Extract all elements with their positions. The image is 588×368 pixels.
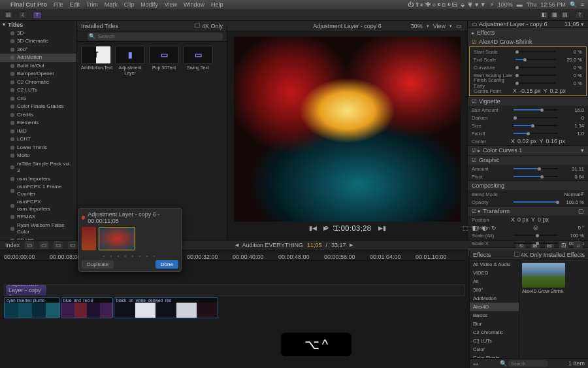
title-preset-thumb[interactable]: TAddMotion.Text bbox=[81, 46, 111, 76]
effects-section-header[interactable]: ▸ Effects bbox=[468, 28, 588, 37]
titles-item[interactable]: 360° bbox=[0, 46, 76, 54]
video-clip[interactable]: black_on_white_delayed_red bbox=[114, 297, 218, 318]
fx-category-item[interactable]: C2 Chromatic bbox=[470, 328, 519, 337]
status-icons[interactable]: ⏻ ⇪ ⌘ ✱ ⊙ ◧ ⊡ ◐ ✉ ⬙ ❦ ♥ ▼ bbox=[408, 1, 485, 8]
fx-category-item[interactable]: VIDEO bbox=[470, 269, 519, 277]
retime-tool-icon[interactable]: ↻ bbox=[491, 225, 497, 231]
done-button[interactable]: Done bbox=[155, 260, 178, 269]
compositing-header[interactable]: Compositing bbox=[468, 181, 588, 190]
param-slider[interactable] bbox=[515, 82, 556, 84]
menu-view[interactable]: View bbox=[165, 1, 177, 8]
titles-item[interactable]: osmFCPX osm.Importers bbox=[0, 198, 76, 213]
primary-storyline[interactable]: cyan inverted plumeblue_and_red-9black_o… bbox=[4, 297, 465, 318]
param-value[interactable]: 1.34 bbox=[561, 123, 584, 129]
effect-thumb[interactable]: Alex4D Grow-Shrink bbox=[522, 263, 565, 293]
title-preset-thumb[interactable]: ▮Adjustment Layer bbox=[115, 46, 145, 76]
vignette-center-y[interactable]: 0.16 px bbox=[546, 138, 566, 144]
workspace-button-2[interactable]: ▦ bbox=[550, 11, 559, 19]
titles-item[interactable]: Elements bbox=[0, 119, 76, 127]
color-curves-header[interactable]: ☑ ▸ Color Curves 1▾ bbox=[468, 146, 588, 155]
scale-slider[interactable] bbox=[514, 235, 558, 236]
timeline[interactable]: 00:00:00:0000:00:08:0000:00:16:0000:00:2… bbox=[0, 250, 469, 368]
param-value[interactable]: 0 % bbox=[559, 80, 582, 86]
titles-item[interactable]: mTitle Simple Pack vol. 3 bbox=[0, 160, 76, 175]
fx-category-item[interactable]: 360° bbox=[470, 286, 519, 294]
param-slider[interactable] bbox=[515, 51, 556, 52]
titles-item[interactable]: IMD bbox=[0, 127, 76, 136]
menu-window[interactable]: Window bbox=[184, 1, 204, 8]
tl-mode-4[interactable]: ▭ bbox=[68, 241, 77, 249]
titles-item[interactable]: Color Finale Grades bbox=[0, 103, 76, 111]
viewer-settings-icon[interactable]: ▭ bbox=[456, 23, 462, 29]
param-value[interactable]: 0 % bbox=[559, 49, 582, 55]
workspace-button-1[interactable]: ◧ bbox=[540, 11, 549, 19]
titles-item[interactable]: CIG bbox=[0, 95, 76, 103]
fx-filter-icon[interactable]: ▭ bbox=[473, 360, 479, 367]
pos-x[interactable]: 0 px bbox=[517, 216, 529, 223]
titles-item[interactable]: AddMotion bbox=[0, 54, 76, 62]
transform-tool-icon[interactable]: ⬚ bbox=[463, 225, 468, 231]
title-preset-thumb[interactable]: ▭Pop.3DText bbox=[149, 46, 179, 76]
effects-search-input[interactable] bbox=[508, 360, 547, 367]
tl-tool-5[interactable]: ⌕ bbox=[574, 241, 583, 249]
centre-x-value[interactable]: -0.15 px bbox=[519, 88, 541, 94]
viewport[interactable] bbox=[234, 37, 461, 222]
param-value[interactable]: 0 bbox=[561, 115, 584, 121]
fx-4k-checkbox[interactable] bbox=[514, 252, 519, 257]
loop-icon[interactable]: ⟳ bbox=[324, 225, 329, 231]
titles-item[interactable]: Credits bbox=[0, 111, 76, 120]
opacity-slider[interactable] bbox=[514, 201, 558, 203]
share-button[interactable]: ⇪ bbox=[575, 11, 584, 19]
duplicate-button[interactable]: Duplicate bbox=[82, 260, 114, 269]
param-value[interactable]: 0 % bbox=[559, 73, 582, 78]
fx-category-item[interactable]: C3 LUTs bbox=[470, 337, 519, 345]
fullscreen-icon[interactable]: ⛶ bbox=[333, 225, 339, 231]
menu-file[interactable]: File bbox=[54, 1, 63, 8]
installed-effects-tab[interactable]: Installed Effects bbox=[544, 252, 585, 258]
param-slider[interactable] bbox=[515, 75, 556, 76]
fx-category-item[interactable]: Alex4D bbox=[470, 303, 519, 311]
param-slider[interactable] bbox=[514, 117, 558, 118]
titles-item[interactable]: osm.Importers bbox=[0, 175, 76, 184]
param-slider[interactable] bbox=[514, 176, 558, 177]
day[interactable]: Thu bbox=[527, 1, 537, 8]
prev-edit-icon[interactable]: ▮◀ bbox=[309, 225, 317, 231]
viewer-view-menu[interactable]: View bbox=[433, 23, 446, 29]
menu-edit[interactable]: Edit bbox=[70, 1, 80, 8]
timeline-ruler[interactable]: 00:00:00:0000:00:08:0000:00:16:0000:00:2… bbox=[4, 253, 465, 261]
blend-mode-value[interactable]: Normal bbox=[557, 192, 580, 197]
tl-tool-4[interactable]: ⊡ bbox=[559, 241, 568, 249]
video-clip[interactable]: cyan inverted plume bbox=[4, 297, 60, 318]
titles-search-input[interactable] bbox=[88, 33, 223, 41]
titles-toggle-button[interactable]: T bbox=[33, 11, 42, 19]
param-value[interactable]: 31.11 bbox=[561, 166, 584, 172]
fx-category-item[interactable]: All Video & Audio bbox=[470, 260, 519, 269]
param-value[interactable]: 1.0 bbox=[561, 131, 584, 137]
titles-item[interactable]: Lower Thirds bbox=[0, 144, 76, 152]
audition-pick-selected[interactable] bbox=[99, 227, 135, 250]
vignette-header[interactable]: ☑ Vignette bbox=[468, 97, 588, 106]
titles-item[interactable]: C2 Chromatic bbox=[0, 78, 76, 87]
4k-only-checkbox[interactable] bbox=[195, 23, 200, 28]
app-name[interactable]: Final Cut Pro bbox=[10, 1, 47, 8]
param-slider[interactable] bbox=[514, 125, 558, 126]
fx-category-item[interactable]: AddMotion bbox=[470, 294, 519, 303]
titles-item[interactable]: LCHT bbox=[0, 135, 76, 144]
fx-category-item[interactable]: All bbox=[470, 277, 519, 286]
titles-item[interactable]: Molto bbox=[0, 152, 76, 160]
menu-modify[interactable]: Modify bbox=[140, 1, 158, 8]
viewer-timecode[interactable]: 1:00:03;28 bbox=[335, 224, 372, 232]
titles-root[interactable]: ▾ Titles bbox=[0, 21, 76, 29]
titles-item[interactable]: 3D Cinematic bbox=[0, 37, 76, 46]
title-preset-thumb[interactable]: ▭Swing.Text bbox=[183, 46, 213, 76]
param-slider[interactable] bbox=[515, 67, 556, 68]
param-value[interactable]: 16.0 bbox=[561, 107, 584, 113]
timeline-back-icon[interactable]: ◀ bbox=[235, 243, 238, 248]
spotlight-icon[interactable]: 🔍 bbox=[570, 1, 577, 8]
menu-mark[interactable]: Mark bbox=[105, 1, 118, 8]
titles-item[interactable]: C2 LUTs bbox=[0, 86, 76, 95]
param-value[interactable]: 20.0 % bbox=[559, 57, 582, 63]
audition-page-dots[interactable]: • • • • • • • • bbox=[82, 253, 178, 259]
pos-y[interactable]: 0 px bbox=[538, 216, 549, 223]
workspace-button-3[interactable]: ▤ bbox=[561, 11, 570, 19]
